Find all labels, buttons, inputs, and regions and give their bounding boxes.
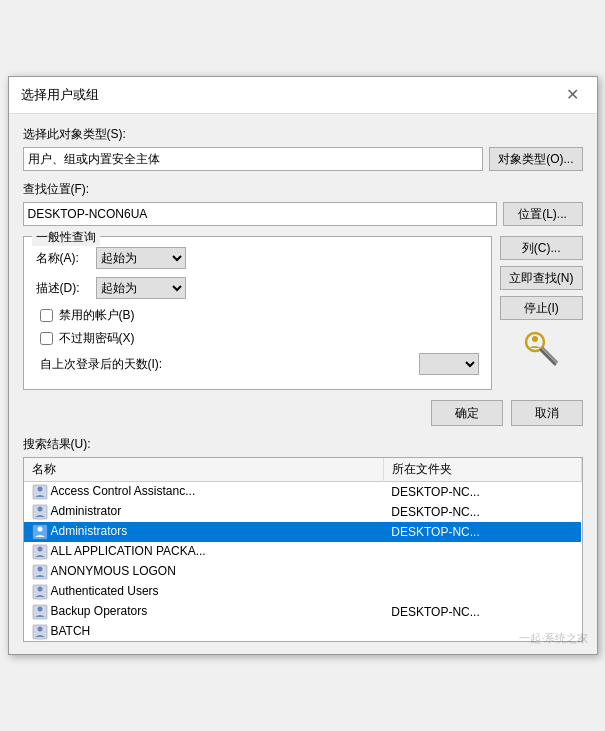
svg-point-19 [37,627,42,632]
row-name: ALL APPLICATION PACKA... [24,542,384,562]
object-type-label: 选择此对象类型(S): [23,126,583,143]
days-select[interactable] [419,353,479,375]
stop-button[interactable]: 停止(I) [500,296,583,320]
row-folder: DESKTOP-NC... [383,482,581,503]
table-row[interactable]: ALL APPLICATION PACKA... [24,542,582,562]
close-button[interactable]: ✕ [560,85,585,105]
row-name: Administrators [24,522,384,542]
object-type-button[interactable]: 对象类型(O)... [489,147,582,171]
general-query-group: 一般性查询 名称(A): 起始为 描述(D): 起始为 禁用的帐户(B) [23,236,492,390]
table-row[interactable]: Backup Operators DESKTOP-NC... [24,602,582,622]
right-buttons: 列(C)... 立即查找(N) 停止(I) [500,236,583,372]
table-row[interactable]: Authenticated Users [24,582,582,602]
location-button[interactable]: 位置(L)... [503,202,583,226]
group-title: 一般性查询 [32,229,100,246]
row-folder [383,582,581,602]
search-person-icon [521,330,561,368]
results-body: Access Control Assistanc... DESKTOP-NC..… [24,482,582,643]
table-row[interactable]: Administrators DESKTOP-NC... [24,522,582,542]
query-area: 一般性查询 名称(A): 起始为 描述(D): 起始为 禁用的帐户(B) [23,236,583,400]
no-expire-checkbox[interactable] [40,332,53,345]
row-name: Administrator [24,502,384,522]
desc-select[interactable]: 起始为 [96,277,186,299]
svg-point-13 [37,567,42,572]
location-label: 查找位置(F): [23,181,583,198]
table-row[interactable]: BATCH [24,622,582,642]
desc-row: 描述(D): 起始为 [36,277,479,299]
cancel-button[interactable]: 取消 [511,400,583,426]
no-expire-row[interactable]: 不过期密码(X) [40,330,479,347]
search-icon-area [500,326,583,372]
svg-point-1 [532,336,538,342]
columns-button[interactable]: 列(C)... [500,236,583,260]
search-now-button[interactable]: 立即查找(N) [500,266,583,290]
ok-button[interactable]: 确定 [431,400,503,426]
row-name: Access Control Assistanc... [24,482,384,503]
object-type-input[interactable] [23,147,484,171]
results-table-wrap[interactable]: 名称 所在文件夹 Access Control Assistanc... DES… [23,457,583,642]
svg-point-7 [37,507,42,512]
days-row: 自上次登录后的天数(I): [40,353,479,375]
object-type-row: 对象类型(O)... [23,147,583,171]
disabled-account-label: 禁用的帐户(B) [59,307,135,324]
row-folder: DESKTOP-NC... [383,522,581,542]
col-name-header: 名称 [24,458,384,482]
svg-point-9 [37,527,42,532]
location-input[interactable] [23,202,497,226]
no-expire-label: 不过期密码(X) [59,330,135,347]
watermark: 一起·系统之家 [519,631,588,646]
location-row: 位置(L)... [23,202,583,226]
row-folder [383,562,581,582]
col-folder-header: 所在文件夹 [383,458,581,482]
name-select[interactable]: 起始为 [96,247,186,269]
name-row: 名称(A): 起始为 [36,247,479,269]
row-folder: DESKTOP-NC... [383,602,581,622]
action-row: 确定 取消 [23,400,583,426]
row-name: ANONYMOUS LOGON [24,562,384,582]
svg-point-15 [37,587,42,592]
svg-point-11 [37,547,42,552]
dialog-title: 选择用户或组 [21,86,99,104]
table-header-row: 名称 所在文件夹 [24,458,582,482]
name-label: 名称(A): [36,250,96,267]
disabled-account-checkbox[interactable] [40,309,53,322]
table-row[interactable]: ANONYMOUS LOGON [24,562,582,582]
table-row[interactable]: Access Control Assistanc... DESKTOP-NC..… [24,482,582,503]
row-folder: DESKTOP-NC... [383,502,581,522]
row-name: Authenticated Users [24,582,384,602]
row-name: Backup Operators [24,602,384,622]
title-bar: 选择用户或组 ✕ [9,77,597,114]
results-table: 名称 所在文件夹 Access Control Assistanc... DES… [24,458,582,642]
svg-point-17 [37,607,42,612]
days-label: 自上次登录后的天数(I): [40,356,419,373]
row-folder [383,542,581,562]
svg-point-5 [37,487,42,492]
select-user-dialog: 选择用户或组 ✕ 选择此对象类型(S): 对象类型(O)... 查找位置(F):… [8,76,598,655]
disabled-account-row[interactable]: 禁用的帐户(B) [40,307,479,324]
dialog-content: 选择此对象类型(S): 对象类型(O)... 查找位置(F): 位置(L)...… [9,114,597,654]
desc-label: 描述(D): [36,280,96,297]
row-name: BATCH [24,622,384,642]
results-label: 搜索结果(U): [23,436,583,453]
table-row[interactable]: Administrator DESKTOP-NC... [24,502,582,522]
